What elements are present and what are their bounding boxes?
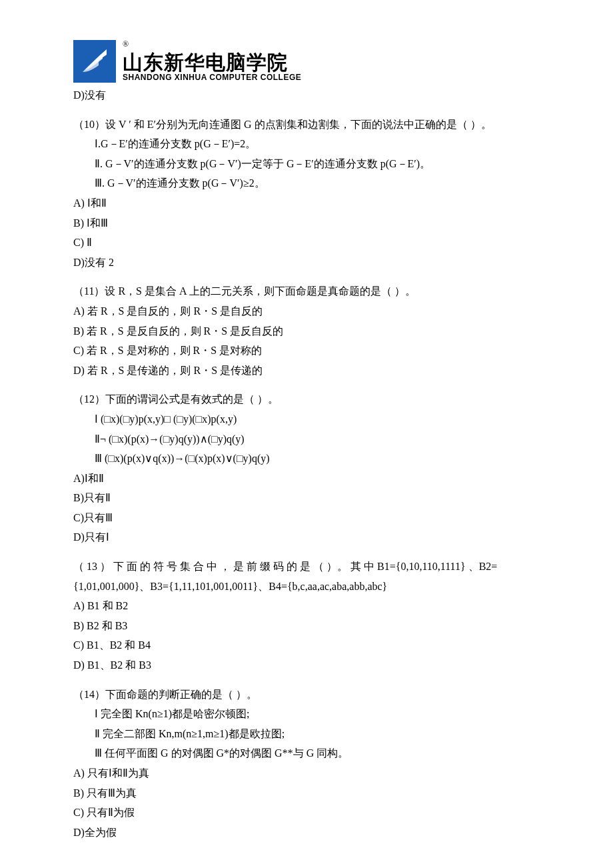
logo-text-en: SHANDONG XINHUA COMPUTER COLLEGE [123, 73, 301, 82]
q12-option-c: C)只有Ⅲ [73, 508, 540, 528]
q12-statement-2: Ⅱ¬ (□x)(p(x)→(□y)q(y))∧(□y)q(y) [73, 429, 540, 449]
q10-statement-1: Ⅰ.G－E′的连通分支数 p(G－E′)=2。 [73, 134, 540, 154]
question-11: （11）设 R，S 是集合 A 上的二元关系，则下面命题是真命题的是（ ）。 A… [73, 281, 540, 380]
question-10: （10）设 V ′ 和 E′分别为无向连通图 G 的点割集和边割集，下面的说法中… [73, 115, 540, 273]
question-13: （ 13 ） 下 面 的 符 号 集 合 中 ， 是 前 缀 码 的 是 （ ）… [73, 557, 540, 675]
q14-option-c: C) 只有Ⅱ为假 [73, 803, 540, 823]
q13-option-d: D) B1、B2 和 B3 [73, 655, 540, 675]
q10-statement-3: Ⅲ. G－V′的连通分支数 p(G－V′)≥2。 [73, 173, 540, 193]
q14-statement-1: Ⅰ 完全图 Kn(n≥1)都是哈密尔顿图; [73, 704, 540, 724]
previous-question-option-d: D)没有 [73, 85, 540, 105]
q10-option-d: D)没有 2 [73, 253, 540, 273]
q14-option-a: A) 只有Ⅰ和Ⅱ为真 [73, 763, 540, 783]
q12-option-d: D)只有Ⅰ [73, 527, 540, 547]
q14-statement-2: Ⅱ 完全二部图 Kn,m(n≥1,m≥1)都是欧拉图; [73, 724, 540, 744]
q10-option-a: A) Ⅰ和Ⅱ [73, 193, 540, 213]
q14-option-d: D)全为假 [73, 823, 540, 843]
question-12: （12）下面的谓词公式是有效式的是（ ）。 Ⅰ (□x)(□y)p(x,y)□ … [73, 389, 540, 547]
q13-option-c: C) B1、B2 和 B4 [73, 635, 540, 655]
q10-stem: （10）设 V ′ 和 E′分别为无向连通图 G 的点割集和边割集，下面的说法中… [73, 115, 540, 135]
q11-option-c: C) 若 R，S 是对称的，则 R・S 是对称的 [73, 341, 540, 361]
logo-mark-icon [73, 40, 116, 83]
logo-text-cn: 山东新华电脑学院 [123, 53, 301, 73]
q13-option-b: B) B2 和 B3 [73, 616, 540, 636]
q11-option-a: A) 若 R，S 是自反的，则 R・S 是自反的 [73, 301, 540, 321]
q12-option-a: A)Ⅰ和Ⅱ [73, 469, 540, 489]
q13-stem: （ 13 ） 下 面 的 符 号 集 合 中 ， 是 前 缀 码 的 是 （ ）… [73, 557, 540, 596]
question-14: （14）下面命题的判断正确的是（ ）。 Ⅰ 完全图 Kn(n≥1)都是哈密尔顿图… [73, 685, 540, 843]
q13-option-a: A) B1 和 B2 [73, 596, 540, 616]
logo-text-block: ® 山东新华电脑学院 SHANDONG XINHUA COMPUTER COLL… [123, 41, 301, 82]
q11-option-b: B) 若 R，S 是反自反的，则 R・S 是反自反的 [73, 321, 540, 341]
q11-stem: （11）设 R，S 是集合 A 上的二元关系，则下面命题是真命题的是（ ）。 [73, 281, 540, 301]
q10-statement-2: Ⅱ. G－V′的连通分支数 p(G－V′)一定等于 G－E′的连通分支数 p(G… [73, 154, 540, 174]
q12-option-b: B)只有Ⅱ [73, 488, 540, 508]
q14-stem: （14）下面命题的判断正确的是（ ）。 [73, 685, 540, 705]
q14-option-b: B) 只有Ⅲ为真 [73, 783, 540, 803]
q12-statement-3: Ⅲ (□x)(p(x)∨q(x))→(□(x)p(x)∨(□y)q(y) [73, 449, 540, 469]
header-logo: ® 山东新华电脑学院 SHANDONG XINHUA COMPUTER COLL… [73, 40, 540, 83]
registered-mark-icon: ® [123, 39, 129, 49]
document-page: ® 山东新华电脑学院 SHANDONG XINHUA COMPUTER COLL… [0, 0, 613, 868]
q12-stem: （12）下面的谓词公式是有效式的是（ ）。 [73, 389, 540, 409]
q11-option-d: D) 若 R，S 是传递的，则 R・S 是传递的 [73, 361, 540, 381]
q10-option-c: C) Ⅱ [73, 233, 540, 253]
q14-statement-3: Ⅲ 任何平面图 G 的对偶图 G*的对偶图 G**与 G 同构。 [73, 743, 540, 763]
q12-statement-1: Ⅰ (□x)(□y)p(x,y)□ (□y)(□x)p(x,y) [73, 409, 540, 429]
q10-option-b: B) Ⅰ和Ⅲ [73, 213, 540, 233]
